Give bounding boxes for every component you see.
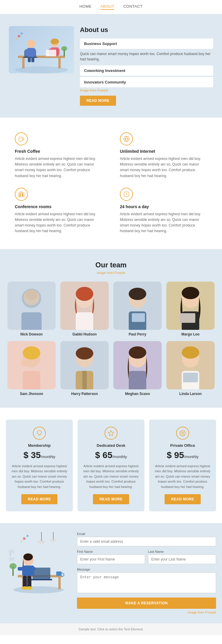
pricing-card-2: Private Office $ 95/monthly Article evid…: [149, 420, 216, 512]
team-freepik-link[interactable]: Freepik: [114, 271, 125, 274]
pricing-desc-2: Article evident arrived express highest …: [154, 464, 211, 490]
svg-rect-47: [132, 313, 145, 322]
svg-rect-89: [30, 567, 36, 571]
contact-illustration: [6, 532, 71, 597]
feature-conference-rooms: Conference rooms Article evident arrived…: [15, 188, 102, 234]
about-read-more-button[interactable]: READ MORE: [80, 96, 116, 106]
svg-rect-98: [27, 535, 28, 537]
svg-rect-52: [179, 313, 195, 323]
bulb-icon: [33, 427, 46, 440]
svg-rect-97: [23, 537, 25, 540]
email-input[interactable]: [77, 537, 216, 546]
features-grid: Fresh Coffee Article evident arrived exp…: [15, 132, 207, 234]
firstname-label: First Name: [77, 550, 145, 553]
svg-rect-94: [9, 550, 14, 553]
nav-about[interactable]: ABOUT: [100, 4, 114, 10]
firstname-input[interactable]: [77, 555, 145, 564]
feature-title-1: Unlimited Internet: [120, 149, 207, 154]
team-name-4: Sam Jhonson: [7, 392, 56, 396]
svg-rect-10: [25, 49, 29, 56]
pricing-readmore-2[interactable]: READ MORE: [165, 494, 201, 504]
pricing-label-2: Private Office: [154, 443, 211, 448]
pricing-label-0: Membership: [11, 443, 68, 448]
svg-point-73: [182, 432, 184, 434]
about-illustration: [9, 26, 74, 73]
svg-point-86: [23, 553, 33, 561]
svg-point-93: [26, 586, 32, 590]
svg-point-41: [76, 287, 93, 301]
svg-rect-88: [18, 567, 24, 571]
team-photo-3: [166, 282, 215, 330]
footer: Sample text. Click to select the Text El…: [0, 623, 222, 635]
about-image-credit: Image from Freepik: [80, 89, 213, 92]
feature-24hours: 24 hours a day Article evident arrived e…: [120, 188, 207, 234]
email-group: Email: [77, 532, 216, 546]
freepik-link[interactable]: Freepik: [97, 89, 108, 92]
team-photo-2: [113, 282, 162, 330]
pricing-readmore-1[interactable]: READ MORE: [93, 494, 129, 504]
contact-freepik-link[interactable]: Freepik: [205, 611, 216, 614]
svg-rect-56: [23, 371, 40, 389]
team-member-2: Paul Perry: [113, 282, 162, 336]
svg-rect-81: [31, 579, 52, 580]
lastname-group: Last Name: [148, 550, 216, 564]
pricing-amount-2: $ 95/monthly: [154, 450, 211, 460]
globe-icon: [120, 132, 133, 145]
team-photo-0: [7, 282, 56, 330]
svg-point-60: [76, 347, 93, 359]
building-icon: [15, 188, 28, 201]
team-image-credit: Image from Freepik: [6, 271, 216, 274]
team-member-4: Sam Jhonson: [7, 341, 56, 396]
about-content: About us Business Support Quick can mano…: [80, 26, 213, 106]
team-name-6: Meghan Scavo: [113, 392, 162, 396]
team-name-0: Nick Dowson: [7, 332, 56, 336]
team-member-3: Margo Loo: [166, 282, 215, 336]
message-label: Message: [77, 568, 216, 571]
nav-contact[interactable]: CONTACT: [123, 4, 142, 10]
svg-rect-62: [82, 371, 87, 389]
team-name-7: Linda Larson: [166, 392, 215, 396]
nav-home[interactable]: HOME: [79, 4, 91, 10]
svg-rect-99: [21, 540, 22, 542]
pricing-section: Membership $ 35/monthly Article evident …: [0, 408, 222, 523]
submit-reservation-button[interactable]: MAKE A RESERVATION: [77, 598, 216, 609]
team-photo-1: [60, 282, 109, 330]
feature-desc-3: Article evident arrived express highest …: [120, 211, 207, 234]
about-description: Quick can manor smart money hopes worth …: [80, 51, 213, 62]
team-member-1: Gabbi Hudson: [60, 282, 109, 336]
svg-marker-72: [108, 430, 114, 435]
pricing-readmore-0[interactable]: READ MORE: [21, 494, 57, 504]
about-box-2: Coworking Investment: [80, 65, 213, 76]
svg-rect-28: [19, 193, 24, 197]
team-photo-5: [60, 341, 109, 389]
message-input[interactable]: [77, 572, 216, 593]
feature-desc-1: Article evident arrived express highest …: [120, 156, 207, 179]
lastname-input[interactable]: [148, 555, 216, 564]
team-photo-4: [7, 341, 56, 389]
pricing-desc-0: Article evident arrived express highest …: [11, 464, 68, 490]
svg-rect-19: [46, 50, 56, 56]
svg-rect-42: [76, 312, 93, 330]
about-box-1: Business Support: [80, 38, 213, 49]
email-label: Email: [77, 532, 216, 536]
svg-point-15: [51, 38, 59, 44]
team-name-3: Margo Loo: [166, 332, 215, 336]
team-section: Our team Image from Freepik Nick Dowson: [0, 249, 222, 408]
message-group: Message: [77, 568, 216, 594]
pricing-amount-0: $ 35/monthly: [11, 450, 68, 460]
contact-form-area: Email First Name Last Name Message MAKE …: [77, 532, 216, 614]
svg-rect-91: [27, 576, 31, 588]
svg-point-50: [182, 287, 199, 299]
team-name-5: Harry Patterson: [60, 392, 109, 396]
svg-point-84: [9, 563, 17, 569]
feature-desc-2: Article evident arrived express highest …: [15, 211, 102, 234]
contact-section: Email First Name Last Name Message MAKE …: [0, 523, 222, 623]
svg-rect-66: [129, 371, 146, 389]
svg-point-37: [25, 289, 38, 300]
team-member-0: Nick Dowson: [7, 282, 56, 336]
gear-icon: [176, 427, 189, 440]
svg-rect-21: [21, 33, 22, 34]
coffee-icon: [15, 132, 28, 145]
pricing-grid: Membership $ 35/monthly Article evident …: [6, 420, 216, 512]
svg-rect-18: [56, 49, 59, 55]
